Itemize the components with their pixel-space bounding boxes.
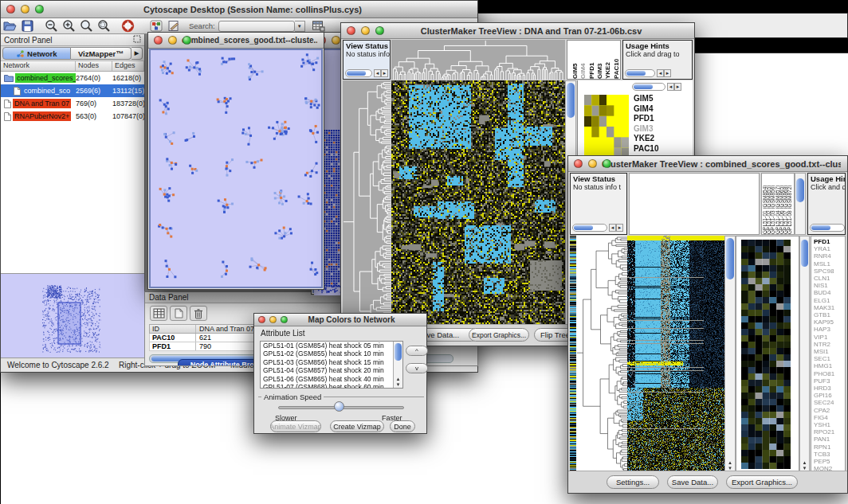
gene-label[interactable]: RPO21 — [814, 428, 845, 436]
horizontal-scrollbar[interactable]: ◂▸ — [572, 223, 623, 232]
vertical-scrollbar[interactable]: ▴▾ — [724, 236, 736, 472]
column-label[interactable]: GIM3 — [596, 41, 603, 79]
minimize-button[interactable] — [168, 36, 177, 45]
scroll-right-icon[interactable]: ▸ — [616, 224, 623, 232]
zoom-button[interactable] — [375, 26, 384, 35]
network-canvas[interactable] — [151, 50, 321, 286]
vizmapper-icon[interactable] — [147, 19, 165, 33]
save-data-button[interactable]: Save Data... — [667, 475, 718, 489]
zoom-button[interactable] — [281, 316, 288, 323]
column-label[interactable]: PAC10 — [613, 41, 620, 79]
minimize-button[interactable] — [588, 159, 597, 168]
gene-label[interactable]: NTR2 — [814, 341, 845, 348]
gene-label[interactable]: NIS1 — [814, 282, 845, 289]
delete-attribute-icon[interactable] — [190, 306, 207, 321]
scrollbar-thumb[interactable] — [796, 178, 804, 202]
gene-label[interactable]: MSL1 — [814, 260, 845, 268]
zoom-button[interactable] — [35, 5, 44, 14]
scroll-left-icon[interactable]: ◂ — [609, 224, 616, 232]
scroll-left-icon[interactable]: ◂ — [374, 69, 381, 77]
vertical-scrollbar[interactable]: ▴▾ — [799, 236, 810, 472]
gene-label[interactable]: PHO81 — [814, 370, 845, 377]
horizontal-scrollbar[interactable]: ◂▸ — [625, 68, 671, 77]
attribute-item[interactable]: GPL51-01 (GSM854) heat shock 05 min — [261, 342, 402, 350]
network-list-row[interactable]: combined_scores_2764(0)16218(0) — [1, 72, 144, 84]
row-dendrogram-canvas[interactable] — [576, 236, 627, 472]
gene-label[interactable]: PEP5 — [814, 458, 845, 465]
gene-label[interactable]: TCB3 — [814, 451, 845, 458]
save-icon[interactable] — [18, 19, 36, 33]
scrollbar-track[interactable] — [625, 69, 655, 77]
column-header-id[interactable]: ID — [150, 325, 196, 333]
attribute-item[interactable]: GPL51-02 (GSM855) heat shock 10 min — [261, 350, 402, 357]
scrollbar-thumb[interactable] — [634, 84, 653, 89]
heatmap-canvas[interactable] — [391, 80, 565, 326]
scrollbar-thumb[interactable] — [574, 225, 593, 230]
gene-label[interactable]: GIM3 — [634, 124, 659, 135]
gene-label[interactable]: RNR4 — [814, 252, 845, 260]
gene-label[interactable]: GIM4 — [634, 104, 659, 115]
column-label[interactable]: GIM4 — [579, 41, 587, 79]
close-button[interactable] — [347, 26, 355, 35]
zoom-button[interactable] — [603, 159, 611, 168]
zoom-out-icon[interactable] — [42, 19, 60, 33]
gene-label[interactable]: SPC98 — [814, 268, 845, 275]
tab-overflow-button[interactable]: ▶ — [132, 47, 143, 60]
network-overview-canvas[interactable] — [1, 274, 143, 357]
gene-label[interactable]: RPN1 — [814, 443, 845, 451]
export-graphics-button[interactable]: Export Graphics... — [469, 328, 529, 342]
zoom-fit-icon[interactable] — [77, 19, 95, 33]
scroll-left-icon[interactable]: ◂ — [657, 69, 664, 77]
scroll-up-icon[interactable]: ▴ — [397, 376, 400, 381]
gene-label[interactable]: MSI1 — [814, 348, 845, 355]
gene-label[interactable]: PUF3 — [814, 377, 845, 385]
scrollbar-thumb[interactable] — [567, 83, 575, 118]
scrollbar-track[interactable] — [632, 83, 665, 91]
minimize-button[interactable] — [332, 36, 340, 45]
scroll-left-icon[interactable]: ◂ — [667, 83, 674, 91]
window-titlebar[interactable]: combined_scores_good.txt--cluste... — [148, 33, 324, 49]
minimize-button[interactable] — [21, 5, 29, 14]
animate-vizmap-button[interactable]: Animate Vizmap — [270, 420, 321, 432]
scroll-up-icon[interactable]: ▴ — [728, 459, 732, 465]
scroll-down-icon[interactable]: ▾ — [803, 465, 807, 471]
move-up-button[interactable]: ^ — [406, 346, 428, 356]
scroll-right-icon[interactable]: ▸ — [664, 69, 671, 77]
move-down-button[interactable]: v — [406, 363, 428, 373]
gene-label[interactable]: YSH1 — [814, 421, 845, 428]
gene-label[interactable]: HRD3 — [814, 385, 845, 392]
gene-label[interactable]: PAN1 — [814, 436, 845, 443]
scrollbar-track[interactable] — [810, 224, 845, 232]
horizontal-scrollbar[interactable] — [810, 223, 845, 232]
gene-label[interactable]: SEC24 — [814, 399, 845, 406]
close-button[interactable] — [154, 36, 163, 45]
zoom-selected-icon[interactable] — [95, 19, 112, 33]
column-dendrogram-canvas[interactable] — [391, 40, 565, 80]
close-button[interactable] — [6, 5, 15, 14]
gene-label[interactable]: FIG4 — [814, 414, 845, 421]
window-titlebar[interactable]: ClusterMaker TreeView : DNA and Tran 07-… — [341, 23, 694, 39]
scrollbar-track[interactable] — [572, 224, 607, 232]
gene-label[interactable]: KAP95 — [814, 318, 845, 326]
global-overview-strip-canvas[interactable] — [570, 236, 576, 472]
tab-vizmapper[interactable]: VizMapper™ — [71, 47, 132, 60]
gene-label[interactable]: BUD4 — [814, 289, 845, 296]
minimize-button[interactable] — [361, 26, 370, 35]
cluster-matrix-canvas[interactable] — [584, 95, 629, 158]
gene-label[interactable]: ELG1 — [814, 297, 845, 304]
gene-label[interactable]: YKE2 — [634, 134, 659, 144]
attribute-listbox[interactable]: GPL51-01 (GSM854) heat shock 05 minGPL51… — [260, 341, 403, 389]
float-panel-icon[interactable] — [133, 35, 141, 45]
scroll-right-icon[interactable]: ▸ — [381, 69, 388, 77]
column-header-network[interactable]: Network — [1, 61, 76, 71]
column-label[interactable]: GPL51-04 (GSM857) — [775, 174, 779, 234]
scrollbar-track[interactable] — [345, 69, 372, 77]
main-titlebar[interactable]: Cytoscape Desktop (Session Name: collins… — [1, 1, 477, 18]
network-list-row[interactable]: combined_sco2569(6)13112(15) — [1, 84, 144, 97]
scroll-up-icon[interactable]: ▴ — [803, 459, 807, 465]
attribute-select-icon[interactable] — [150, 306, 167, 321]
column-label[interactable]: YKE2 — [604, 41, 611, 79]
gene-label[interactable]: GTB1 — [814, 311, 845, 318]
vertical-scrollbar[interactable] — [795, 173, 806, 235]
new-attribute-icon[interactable] — [170, 306, 187, 321]
